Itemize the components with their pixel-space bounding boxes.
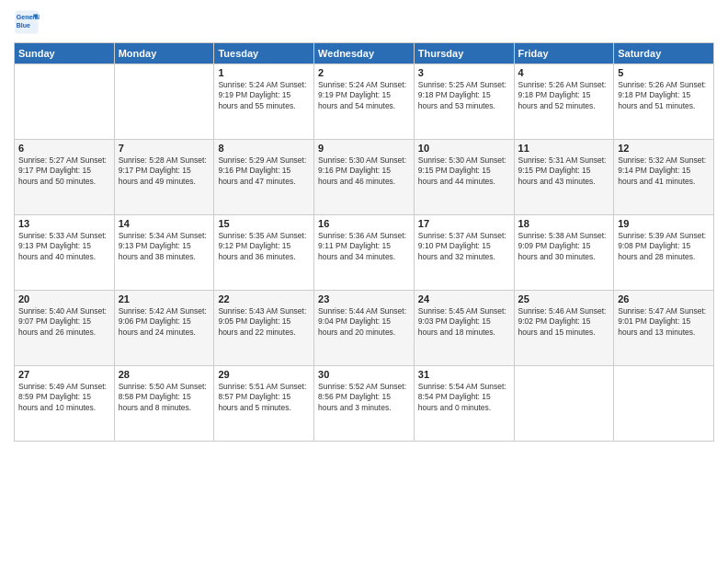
day-info: Sunrise: 5:54 AM Sunset: 8:54 PM Dayligh…	[418, 382, 510, 413]
calendar-cell: 15Sunrise: 5:35 AM Sunset: 9:12 PM Dayli…	[214, 215, 314, 291]
day-number: 22	[218, 293, 310, 304]
day-number: 12	[618, 143, 710, 154]
day-info: Sunrise: 5:34 AM Sunset: 9:13 PM Dayligh…	[119, 231, 210, 262]
calendar-cell	[15, 64, 115, 140]
day-number: 1	[218, 67, 310, 78]
day-info: Sunrise: 5:43 AM Sunset: 9:05 PM Dayligh…	[218, 306, 310, 338]
day-info: Sunrise: 5:44 AM Sunset: 9:04 PM Dayligh…	[318, 306, 410, 338]
calendar-cell: 19Sunrise: 5:39 AM Sunset: 9:08 PM Dayli…	[614, 215, 714, 291]
day-info: Sunrise: 5:29 AM Sunset: 9:16 PM Dayligh…	[218, 155, 310, 187]
page-container: General Blue SundayMondayTuesdayWednesda…	[0, 0, 728, 563]
day-number: 11	[518, 143, 610, 154]
day-number: 7	[119, 143, 210, 154]
day-info: Sunrise: 5:36 AM Sunset: 9:11 PM Dayligh…	[318, 231, 410, 262]
day-number: 24	[418, 293, 510, 304]
calendar-cell: 25Sunrise: 5:46 AM Sunset: 9:02 PM Dayli…	[514, 291, 614, 366]
page-header: General Blue	[14, 9, 714, 35]
weekday-header: Friday	[514, 43, 614, 64]
calendar-cell: 3Sunrise: 5:25 AM Sunset: 9:18 PM Daylig…	[414, 64, 514, 140]
day-number: 14	[119, 218, 210, 229]
day-info: Sunrise: 5:31 AM Sunset: 9:15 PM Dayligh…	[518, 155, 610, 187]
calendar-cell: 18Sunrise: 5:38 AM Sunset: 9:09 PM Dayli…	[514, 215, 614, 291]
svg-text:Blue: Blue	[17, 22, 30, 29]
calendar-cell	[614, 366, 714, 442]
day-info: Sunrise: 5:39 AM Sunset: 9:08 PM Dayligh…	[618, 231, 710, 262]
day-info: Sunrise: 5:49 AM Sunset: 8:59 PM Dayligh…	[18, 382, 110, 413]
day-number: 5	[618, 67, 710, 78]
day-info: Sunrise: 5:51 AM Sunset: 8:57 PM Dayligh…	[218, 382, 310, 413]
day-info: Sunrise: 5:28 AM Sunset: 9:17 PM Dayligh…	[119, 155, 210, 187]
calendar-header-row: SundayMondayTuesdayWednesdayThursdayFrid…	[15, 43, 714, 64]
day-number: 4	[518, 67, 610, 78]
calendar-cell: 24Sunrise: 5:45 AM Sunset: 9:03 PM Dayli…	[414, 291, 514, 366]
calendar-week-row: 27Sunrise: 5:49 AM Sunset: 8:59 PM Dayli…	[15, 366, 714, 442]
day-number: 23	[318, 293, 410, 304]
day-number: 10	[418, 143, 510, 154]
calendar-cell: 13Sunrise: 5:33 AM Sunset: 9:13 PM Dayli…	[15, 215, 115, 291]
calendar-cell: 2Sunrise: 5:24 AM Sunset: 9:19 PM Daylig…	[314, 64, 415, 140]
weekday-header: Tuesday	[214, 43, 314, 64]
day-info: Sunrise: 5:38 AM Sunset: 9:09 PM Dayligh…	[518, 231, 610, 262]
calendar-cell: 20Sunrise: 5:40 AM Sunset: 9:07 PM Dayli…	[15, 291, 115, 366]
calendar-cell	[114, 64, 214, 140]
day-number: 30	[318, 369, 410, 380]
day-number: 19	[618, 218, 710, 229]
day-number: 25	[518, 293, 610, 304]
day-number: 17	[418, 218, 510, 229]
day-number: 29	[218, 369, 310, 380]
calendar-cell: 29Sunrise: 5:51 AM Sunset: 8:57 PM Dayli…	[214, 366, 314, 442]
day-info: Sunrise: 5:30 AM Sunset: 9:15 PM Dayligh…	[418, 155, 510, 187]
day-number: 3	[418, 67, 510, 78]
calendar-week-row: 6Sunrise: 5:27 AM Sunset: 9:17 PM Daylig…	[15, 140, 714, 215]
day-number: 27	[18, 369, 110, 380]
calendar-cell: 28Sunrise: 5:50 AM Sunset: 8:58 PM Dayli…	[114, 366, 214, 442]
day-info: Sunrise: 5:52 AM Sunset: 8:56 PM Dayligh…	[318, 382, 410, 413]
day-info: Sunrise: 5:42 AM Sunset: 9:06 PM Dayligh…	[119, 306, 210, 338]
day-number: 28	[119, 369, 210, 380]
calendar-cell: 9Sunrise: 5:30 AM Sunset: 9:16 PM Daylig…	[314, 140, 415, 215]
day-number: 26	[618, 293, 710, 304]
weekday-header: Wednesday	[314, 43, 415, 64]
day-info: Sunrise: 5:46 AM Sunset: 9:02 PM Dayligh…	[518, 306, 610, 338]
calendar-cell: 31Sunrise: 5:54 AM Sunset: 8:54 PM Dayli…	[414, 366, 514, 442]
day-info: Sunrise: 5:24 AM Sunset: 9:19 PM Dayligh…	[218, 80, 310, 111]
day-number: 31	[418, 369, 510, 380]
day-info: Sunrise: 5:40 AM Sunset: 9:07 PM Dayligh…	[18, 306, 110, 338]
day-info: Sunrise: 5:35 AM Sunset: 9:12 PM Dayligh…	[218, 231, 310, 262]
day-info: Sunrise: 5:30 AM Sunset: 9:16 PM Dayligh…	[318, 155, 410, 187]
calendar-cell: 27Sunrise: 5:49 AM Sunset: 8:59 PM Dayli…	[15, 366, 115, 442]
calendar-week-row: 20Sunrise: 5:40 AM Sunset: 9:07 PM Dayli…	[15, 291, 714, 366]
day-info: Sunrise: 5:50 AM Sunset: 8:58 PM Dayligh…	[119, 382, 210, 413]
day-info: Sunrise: 5:47 AM Sunset: 9:01 PM Dayligh…	[618, 306, 710, 338]
weekday-header: Thursday	[414, 43, 514, 64]
calendar-cell: 11Sunrise: 5:31 AM Sunset: 9:15 PM Dayli…	[514, 140, 614, 215]
calendar-cell: 6Sunrise: 5:27 AM Sunset: 9:17 PM Daylig…	[15, 140, 115, 215]
day-info: Sunrise: 5:32 AM Sunset: 9:14 PM Dayligh…	[618, 155, 710, 187]
day-info: Sunrise: 5:33 AM Sunset: 9:13 PM Dayligh…	[18, 231, 110, 262]
logo: General Blue	[14, 9, 43, 35]
logo-icon: General Blue	[14, 9, 40, 35]
day-number: 13	[18, 218, 110, 229]
day-info: Sunrise: 5:27 AM Sunset: 9:17 PM Dayligh…	[18, 155, 110, 187]
calendar-cell: 23Sunrise: 5:44 AM Sunset: 9:04 PM Dayli…	[314, 291, 415, 366]
weekday-header: Sunday	[15, 43, 115, 64]
calendar-cell: 17Sunrise: 5:37 AM Sunset: 9:10 PM Dayli…	[414, 215, 514, 291]
day-info: Sunrise: 5:24 AM Sunset: 9:19 PM Dayligh…	[318, 80, 410, 111]
day-number: 21	[119, 293, 210, 304]
day-number: 2	[318, 67, 410, 78]
calendar-cell: 30Sunrise: 5:52 AM Sunset: 8:56 PM Dayli…	[314, 366, 415, 442]
weekday-header: Saturday	[614, 43, 714, 64]
day-number: 15	[218, 218, 310, 229]
calendar-week-row: 1Sunrise: 5:24 AM Sunset: 9:19 PM Daylig…	[15, 64, 714, 140]
calendar-cell: 8Sunrise: 5:29 AM Sunset: 9:16 PM Daylig…	[214, 140, 314, 215]
calendar-cell: 26Sunrise: 5:47 AM Sunset: 9:01 PM Dayli…	[614, 291, 714, 366]
day-number: 9	[318, 143, 410, 154]
calendar-table: SundayMondayTuesdayWednesdayThursdayFrid…	[14, 42, 714, 442]
calendar-cell: 12Sunrise: 5:32 AM Sunset: 9:14 PM Dayli…	[614, 140, 714, 215]
day-info: Sunrise: 5:37 AM Sunset: 9:10 PM Dayligh…	[418, 231, 510, 262]
day-number: 6	[18, 143, 110, 154]
calendar-cell	[514, 366, 614, 442]
calendar-cell: 22Sunrise: 5:43 AM Sunset: 9:05 PM Dayli…	[214, 291, 314, 366]
calendar-cell: 1Sunrise: 5:24 AM Sunset: 9:19 PM Daylig…	[214, 64, 314, 140]
calendar-cell: 7Sunrise: 5:28 AM Sunset: 9:17 PM Daylig…	[114, 140, 214, 215]
